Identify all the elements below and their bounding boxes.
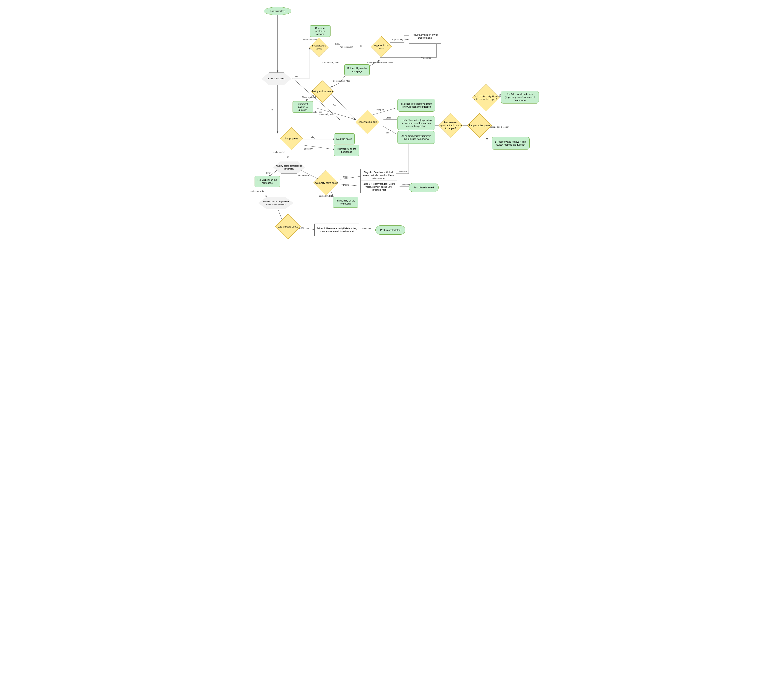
full-visibility-3-label: Full visibility on the homepage	[256, 178, 278, 184]
quality-score-label: Quality-score compared to threshold?	[276, 164, 302, 170]
reopen-decision-wrapper: Post receives significant edit or vote t…	[472, 88, 500, 108]
require-2-votes-node: Require 2 votes on any of these options	[409, 29, 441, 44]
full-visibility-2-node: Full visibility on the homepage	[334, 145, 359, 156]
svg-text:Edits: Edits	[335, 43, 340, 45]
post-closed-deleted-2-node: Post closed/deleted	[375, 225, 405, 234]
svg-text:Close: Close	[386, 117, 391, 119]
svg-text:Votes met: Votes met	[401, 184, 410, 186]
low-quality-posts-wrapper: Low quality posts queue	[313, 174, 338, 192]
svg-text:Improve edit, Reject & edit: Improve edit, Reject & edit	[368, 61, 393, 64]
edit-removes-node: An edit immediately removes the question…	[397, 131, 435, 144]
three-or-five-leave-node: 3 or 5 Leave closed votes (depending on …	[501, 91, 539, 103]
comment-posted-answer-label: Comment posted to answer	[312, 27, 329, 36]
close-votes-queue-wrapper: Close votes queue	[355, 113, 380, 131]
takes-6-delete-late-label: Takes 6 (Recommended) Delete votes, stay…	[316, 227, 358, 233]
mod-flag-queue-node: Mod flag queue	[334, 133, 355, 144]
takes-6-delete-lq-label: Takes 6 (Recommended) Delete votes, stay…	[362, 183, 396, 191]
svg-text:>2k reputation, Mod: >2k reputation, Mod	[332, 80, 350, 82]
require-2-votes-label: Require 2 votes on any of these options	[411, 33, 439, 39]
svg-text:Author edit: Author edit	[312, 111, 322, 113]
post-receives-edit-wrapper: Post receives significant edit or vote t…	[439, 116, 463, 134]
is-first-post-node: Is this a first post?	[262, 72, 291, 85]
comment-posted-answer-node: Comment posted to answer	[310, 25, 331, 37]
three-reopen-1-node: 3 Reopen votes remove it from review, re…	[397, 99, 435, 112]
full-visibility-3-node: Full visibility on the homepage	[255, 176, 280, 187]
comment-posted-question-node: Comment posted to question	[293, 101, 313, 113]
post-closed-deleted-2-label: Post closed/deleted	[380, 229, 400, 232]
quality-score-node: Quality-score compared to threshold?	[273, 161, 305, 174]
stays-lq-node: Stays in LQ review until final review me…	[360, 169, 396, 182]
svg-text:>2k reputation, Mod: >2k reputation, Mod	[320, 61, 338, 64]
svg-text:Delete: Delete	[343, 184, 349, 186]
three-reopen-1-label: 3 Reopen votes remove it from review, re…	[400, 102, 433, 108]
three-or-five-close-label: 3 or 5 Close votes (depending on site) r…	[400, 119, 433, 128]
flowchart-diagram: Yes No Share feedback Edits <2k reputati…	[248, 2, 512, 246]
three-reopen-2-label: 3 Reopen votes remove it from review, re…	[494, 140, 527, 146]
full-visibility-4-label: Full visibility on the homepage	[334, 199, 357, 205]
first-questions-queue-wrapper: First questions queue	[311, 83, 334, 100]
svg-text:Yes: Yes	[295, 75, 298, 78]
svg-text:Votes met: Votes met	[398, 170, 408, 172]
edit-removes-label: An edit immediately removes the question…	[400, 134, 433, 141]
post-closed-deleted-1-node: Post closed/deleted	[409, 183, 439, 192]
svg-text:Under on SO: Under on SO	[273, 151, 285, 153]
three-or-five-close-node: 3 or 5 Close votes (depending on site) r…	[397, 116, 435, 130]
post-closed-deleted-1-label: Post closed/deleted	[414, 186, 434, 189]
full-visibility-1-label: Full visibility on the homepage	[346, 67, 368, 73]
svg-text:Looks OK, Edit: Looks OK, Edit	[250, 190, 264, 192]
svg-text:Close: Close	[343, 176, 348, 178]
answer-post-label: Answer post on a question that's >30 day…	[261, 200, 291, 206]
svg-text:<2k reputation: <2k reputation	[340, 46, 353, 48]
stays-lq-label: Stays in LQ review until final review me…	[362, 171, 395, 180]
svg-text:No: No	[271, 109, 273, 111]
svg-text:<2k reputation: <2k reputation	[367, 61, 381, 64]
first-answers-queue-wrapper: First answers queue	[309, 39, 329, 55]
svg-text:Votes met: Votes met	[422, 57, 431, 59]
late-answers-queue-wrapper: Late answers queue	[275, 217, 301, 236]
svg-text:Edit: Edit	[386, 131, 389, 134]
full-visibility-4-node: Full visibility on the homepage	[333, 197, 358, 208]
svg-text:Community edit: Community edit	[319, 113, 334, 116]
suggested-edits-queue-wrapper: Suggested edits queue	[370, 38, 393, 55]
takes-6-delete-late-node: Takes 6 (Recommended) Delete votes, stay…	[314, 223, 359, 236]
mod-flag-queue-label: Mod flag queue	[337, 138, 353, 141]
three-or-five-leave-label: 3 or 5 Leave closed votes (depending on …	[503, 93, 536, 102]
svg-text:Looks OK: Looks OK	[304, 148, 313, 150]
svg-text:Under on SE: Under on SE	[298, 174, 310, 177]
svg-text:Flag: Flag	[311, 136, 315, 139]
svg-text:Over: Over	[266, 172, 271, 174]
takes-6-delete-lq-node: Takes 6 (Recommended) Delete votes, stay…	[360, 181, 397, 193]
is-first-post-label: Is this a first post?	[268, 77, 285, 80]
svg-text:Votes met: Votes met	[362, 227, 372, 230]
post-submitted-node: Post submitted	[264, 7, 291, 15]
full-visibility-1-node: Full visibility on the homepage	[344, 64, 370, 75]
svg-text:Reopen: Reopen	[376, 109, 384, 111]
three-reopen-2-node: 3 Reopen votes remove it from review, re…	[492, 137, 530, 150]
svg-text:Edit: Edit	[333, 104, 337, 106]
post-submitted-label: Post submitted	[270, 10, 285, 12]
reopen-votes-queue-wrapper: Reopen votes queue	[467, 116, 492, 134]
answer-post-node: Answer post on a question that's >30 day…	[258, 197, 294, 209]
full-visibility-2-label: Full visibility on the homepage	[335, 147, 358, 153]
comment-posted-question-label: Comment posted to question	[294, 103, 312, 112]
triage-queue-wrapper: Triage queue	[280, 130, 303, 147]
